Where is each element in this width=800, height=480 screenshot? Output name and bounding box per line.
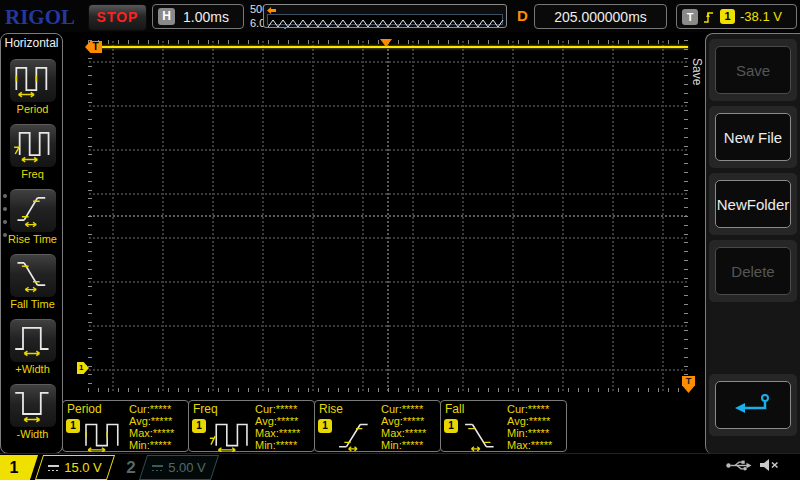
- bottom-tick-ruler: [88, 388, 688, 392]
- new-file-button[interactable]: New File: [715, 113, 791, 161]
- left-tick-ruler: [88, 40, 92, 392]
- channel1-scale[interactable]: 15.0 V: [35, 455, 115, 480]
- trigger-icon: T: [682, 9, 698, 25]
- measurement-panel-fall: Fall 1 Cur:***** Avg:***** Min:***** Max…: [440, 400, 567, 452]
- delete-button[interactable]: Delete: [715, 247, 791, 295]
- back-button[interactable]: [715, 381, 791, 429]
- trigger-position-marker-icon: [380, 39, 392, 47]
- preview-wave-strip: [267, 14, 503, 25]
- return-arrow-icon: [732, 392, 774, 418]
- trigger-level-value: -38.1 V: [740, 9, 782, 24]
- preview-zigzag-icon: [268, 18, 504, 29]
- channel2-scale[interactable]: 5.00 V: [139, 455, 219, 480]
- softkey-block: Save: [709, 39, 797, 101]
- new-folder-button[interactable]: NewFolder: [715, 180, 791, 228]
- menu-item-fall-time[interactable]: Fall Time: [1, 254, 64, 310]
- source-badge: 1: [192, 419, 206, 433]
- timebase-readout: H 1.00ms: [152, 4, 244, 29]
- menu-page-dots: [3, 194, 8, 246]
- delay-readout: 205.000000ms: [534, 4, 667, 29]
- measurement-stats: Cur:***** Avg:***** Max:***** Min:*****: [129, 403, 174, 451]
- measurement-panel-rise: Rise 1 Cur:***** Avg:***** Max:***** Min…: [314, 400, 441, 452]
- dc-coupling-icon: [48, 464, 59, 472]
- delay-label: D: [517, 7, 528, 24]
- dc-coupling-icon: [152, 464, 163, 472]
- measurement-stats: Cur:***** Avg:***** Min:***** Max:*****: [507, 403, 552, 451]
- preview-left-arrow-icon: [267, 7, 276, 14]
- freq-icon: [10, 124, 56, 167]
- status-icons: [726, 458, 780, 472]
- run-state-indicator: STOP: [88, 4, 147, 31]
- rise-meas-icon: [334, 416, 378, 456]
- measurement-panel-period: Period 1 Cur:***** Avg:***** Max:***** M…: [62, 400, 189, 452]
- graticule: T T 1: [88, 40, 688, 392]
- oscilloscope-screen: RIGOL STOP H 1.00ms 500MSa/s 6.00M pts D…: [0, 0, 800, 480]
- timebase-value: 1.00ms: [183, 9, 229, 25]
- menu-item-neg-width[interactable]: -Width: [1, 384, 64, 440]
- period-meas-icon: [82, 416, 126, 456]
- rising-edge-icon: [703, 9, 715, 25]
- softkey-block: New File: [709, 106, 797, 168]
- rise-time-icon: [10, 189, 56, 232]
- channel-status-bar: 1 15.0 V 2 5.00 V: [0, 453, 800, 480]
- fall-time-icon: [10, 254, 56, 297]
- menu-item-period[interactable]: Period: [1, 59, 64, 115]
- right-tick-ruler: [684, 40, 688, 392]
- channel1-number[interactable]: 1: [0, 455, 38, 480]
- measure-menu: Horizontal Period Freq: [0, 33, 63, 454]
- save-button[interactable]: Save: [715, 46, 791, 94]
- pos-width-icon: [10, 319, 56, 362]
- source-badge: 1: [444, 419, 458, 433]
- measurement-bar: Period 1 Cur:***** Avg:***** Max:***** M…: [62, 400, 566, 452]
- waveform-preview[interactable]: [263, 4, 507, 28]
- source-badge: 1: [318, 419, 332, 433]
- rigol-logo: RIGOL: [5, 5, 75, 30]
- horizontal-icon: H: [158, 8, 175, 25]
- period-icon: [10, 59, 56, 102]
- fall-meas-icon: [460, 416, 504, 456]
- softkey-block: [709, 374, 797, 436]
- menu-item-freq[interactable]: Freq: [1, 124, 64, 180]
- softkey-block: NewFolder: [709, 173, 797, 235]
- top-status-bar: RIGOL STOP H 1.00ms 500MSa/s 6.00M pts D…: [0, 0, 800, 32]
- softkey-menu: Save New File NewFolder Delete: [705, 33, 800, 454]
- freq-meas-icon: [208, 416, 252, 456]
- menu-item-rise-time[interactable]: Rise Time: [1, 189, 64, 245]
- source-badge: 1: [66, 419, 80, 433]
- measure-menu-title: Horizontal: [1, 36, 62, 50]
- usb-icon: [726, 459, 752, 472]
- trigger-source-badge: 1: [720, 9, 735, 24]
- trigger-readout: T 1 -38.1 V: [676, 4, 797, 29]
- measurement-stats: Cur:***** Avg:***** Max:***** Min:*****: [381, 403, 426, 451]
- softkey-block: Delete: [709, 240, 797, 302]
- save-menu-tab: Save: [690, 58, 704, 85]
- measurement-panel-freq: Freq 1 Cur:***** Avg:***** Max:***** Min…: [188, 400, 315, 452]
- neg-width-icon: [10, 384, 56, 427]
- measurement-stats: Cur:***** Avg:***** Max:***** Min:*****: [255, 403, 300, 451]
- menu-item-pos-width[interactable]: +Width: [1, 319, 64, 375]
- speaker-muted-icon: [759, 458, 780, 472]
